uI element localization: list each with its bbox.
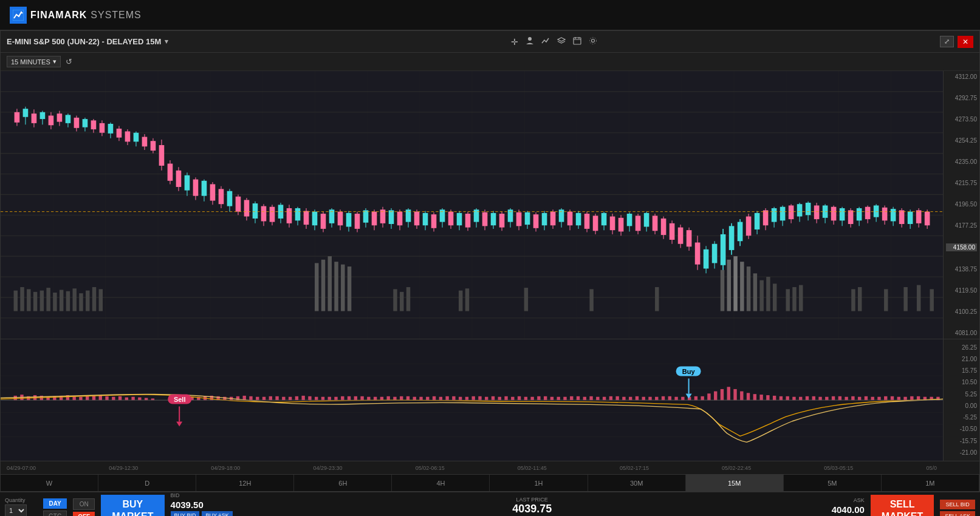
svg-rect-248 (772, 208, 777, 222)
svg-rect-268 (857, 208, 862, 220)
svg-rect-344 (367, 396, 370, 399)
svg-rect-36 (99, 289, 103, 311)
svg-rect-56 (753, 273, 757, 311)
chart-header: E-MINI S&P 500 (JUN-22) - DELAYED 15M ▾ … (1, 31, 979, 53)
ask-value: 4040.00 (832, 504, 865, 515)
svg-rect-400 (733, 389, 736, 400)
svg-rect-422 (877, 396, 880, 399)
gear-icon[interactable] (589, 36, 597, 47)
svg-rect-388 (655, 396, 658, 399)
svg-rect-351 (413, 396, 416, 399)
tf-tab-4h[interactable]: 4H (392, 475, 490, 491)
tf-tab-12h[interactable]: 12H (196, 475, 294, 491)
svg-rect-222 (661, 219, 666, 235)
svg-rect-226 (678, 228, 684, 244)
svg-rect-210 (610, 217, 615, 231)
svg-rect-366 (511, 396, 514, 399)
refresh-icon[interactable]: ↺ (66, 57, 72, 66)
expand-button[interactable]: ⤢ (940, 36, 954, 47)
svg-rect-47 (465, 288, 469, 311)
svg-rect-370 (537, 396, 540, 399)
price-level-10: 4119.50 (946, 287, 977, 294)
tf-tab-15m[interactable]: 15M (686, 475, 784, 491)
svg-rect-128 (261, 206, 267, 222)
svg-rect-244 (755, 213, 760, 229)
svg-rect-313 (138, 397, 141, 400)
svg-rect-57 (759, 280, 763, 311)
tf-tab-w[interactable]: W (1, 475, 98, 491)
layers-icon[interactable] (557, 36, 566, 47)
crosshair-icon[interactable]: ✛ (511, 37, 518, 47)
svg-rect-24 (20, 287, 24, 311)
tf-tab-d[interactable]: D (98, 475, 196, 491)
svg-rect-392 (681, 396, 684, 399)
svg-rect-252 (789, 205, 794, 219)
sell-ask-button[interactable]: SELL ASK (940, 511, 975, 516)
svg-rect-182 (491, 213, 496, 225)
svg-rect-250 (780, 207, 786, 221)
price-chart-area[interactable] (1, 71, 943, 339)
price-level-11: 4100.25 (946, 308, 977, 315)
close-button[interactable]: ✕ (958, 36, 973, 48)
chart-title-dropdown-icon[interactable]: ▾ (165, 38, 168, 46)
svg-rect-361 (478, 396, 481, 399)
svg-rect-386 (642, 396, 645, 399)
bid-section: BID 4039.50 BUY BID BUY ASK 7 (171, 492, 233, 516)
tf-tab-6h[interactable]: 6H (294, 475, 392, 491)
buy-bid-button[interactable]: BUY BID (171, 511, 200, 516)
svg-rect-365 (504, 396, 507, 399)
svg-rect-72 (23, 109, 29, 117)
svg-rect-406 (773, 396, 776, 400)
tf-tab-30m[interactable]: 30M (588, 475, 686, 491)
svg-rect-254 (797, 204, 803, 216)
svg-rect-238 (729, 226, 735, 250)
gtc-button[interactable]: GTC (43, 511, 67, 516)
price-level-3: 4273.50 (946, 116, 977, 123)
svg-rect-200 (567, 212, 573, 226)
svg-rect-60 (786, 289, 790, 311)
svg-rect-184 (499, 214, 505, 228)
tf-tab-1m[interactable]: 1M (882, 475, 979, 491)
sell-market-line1: SELL (890, 499, 915, 509)
svg-rect-108 (176, 171, 182, 187)
svg-rect-372 (550, 396, 553, 399)
calendar-icon[interactable] (573, 36, 581, 47)
timeframe-select[interactable]: 15 MINUTES ▾ (7, 56, 61, 67)
svg-rect-338 (328, 396, 331, 399)
last-price-section: LAST PRICE 4039.75 1.23% (239, 497, 826, 517)
day-button[interactable]: DAY (43, 498, 67, 509)
price-level-6: 4215.75 (946, 180, 977, 186)
svg-rect-409 (792, 396, 795, 399)
logo: FINAMARK SYSTEMS (10, 7, 142, 24)
svg-rect-308 (105, 396, 108, 399)
on-button[interactable]: ON (73, 498, 95, 510)
sub-chart-area[interactable]: Sell Buy (1, 339, 943, 461)
svg-rect-90 (100, 123, 105, 133)
sub-price-scale: 26.25 21.00 15.75 10.50 5.25 0.00 -5.25 … (943, 339, 979, 461)
svg-rect-236 (721, 234, 726, 265)
tf-tab-1h[interactable]: 1H (490, 475, 588, 491)
sell-bid-button[interactable]: SELL BID (940, 500, 975, 509)
quantity-select[interactable]: 12510 (5, 504, 27, 517)
svg-rect-216 (636, 216, 641, 231)
bid-value: 4039.50 (171, 500, 233, 510)
quantity-section: Quantity 12510 1-Click Trade (5, 497, 37, 517)
price-level-8: 4177.25 (946, 222, 977, 229)
svg-rect-310 (118, 396, 122, 399)
off-button[interactable]: OFF (73, 512, 95, 516)
svg-rect-102 (151, 141, 156, 151)
svg-rect-142 (321, 214, 326, 229)
svg-rect-360 (472, 396, 475, 399)
person-icon[interactable] (526, 36, 534, 47)
sell-market-button[interactable]: SELL MARKET (871, 495, 934, 516)
svg-rect-425 (897, 396, 900, 399)
line-chart-icon[interactable] (541, 36, 550, 47)
svg-rect-404 (759, 395, 762, 400)
buy-ask-button[interactable]: BUY ASK (202, 511, 232, 516)
logo-icon (10, 7, 27, 24)
svg-rect-64 (858, 287, 862, 311)
svg-rect-50 (655, 287, 659, 311)
tf-tab-5m[interactable]: 5M (784, 475, 882, 491)
time-label-8: 05/02-22:45 (722, 465, 751, 471)
buy-market-button[interactable]: BUY MARKET (101, 495, 164, 516)
